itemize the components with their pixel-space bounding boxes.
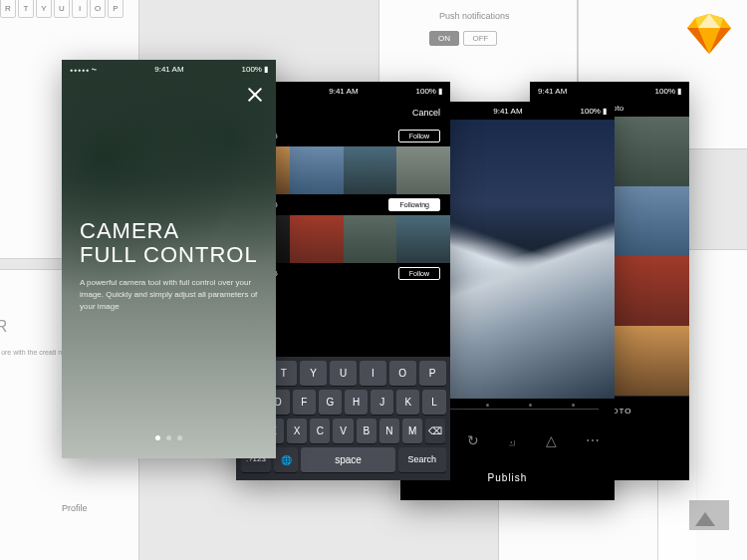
more-tool[interactable]: ⋯	[586, 432, 600, 448]
key-f[interactable]: F	[293, 390, 316, 415]
status-time: 9:41 AM	[154, 65, 183, 74]
key-c[interactable]: C	[310, 419, 330, 443]
crop-tool[interactable]: ⟓	[508, 432, 516, 448]
key-l[interactable]: L	[422, 390, 445, 415]
cancel-button[interactable]: Cancel	[412, 108, 440, 118]
key-x[interactable]: X	[287, 419, 307, 443]
status-bar: 9:41 AM 100%	[62, 60, 276, 78]
globe-key[interactable]	[274, 447, 298, 472]
key-h[interactable]: H	[345, 390, 368, 415]
key-j[interactable]: J	[371, 390, 393, 415]
rotate-tool[interactable]: ↻	[467, 432, 479, 448]
page-indicator[interactable]	[62, 426, 276, 444]
space-key[interactable]: space	[301, 447, 395, 472]
status-time: 9:41 AM	[538, 87, 567, 96]
grid-thumb[interactable]	[610, 186, 689, 256]
status-battery: 100%	[242, 65, 268, 74]
grid-thumb[interactable]	[610, 326, 689, 396]
onboarding-body: A powerful camera tool with full control…	[80, 277, 258, 313]
status-bar: 9:41 AM 100%	[530, 82, 689, 100]
key-g[interactable]: G	[319, 390, 342, 415]
close-icon[interactable]	[246, 86, 264, 104]
key-p[interactable]: P	[419, 361, 446, 386]
status-battery: 100%	[581, 107, 607, 116]
key-i[interactable]: I	[360, 361, 386, 386]
key-u[interactable]: U	[330, 361, 357, 386]
phone-onboarding: 9:41 AM 100% CAMERAFULL CONTROL A powerf…	[62, 60, 276, 458]
search-key[interactable]: Search	[398, 447, 445, 472]
status-time: 9:41 AM	[329, 87, 358, 96]
onboarding-title: CAMERAFULL CONTROL	[80, 219, 258, 267]
follow-button[interactable]: Follow	[398, 130, 440, 142]
status-battery: 100%	[416, 87, 442, 96]
key-k[interactable]: K	[396, 390, 419, 415]
backspace-key[interactable]	[425, 419, 445, 443]
key-v[interactable]: V	[333, 419, 353, 443]
grid-thumb[interactable]	[610, 256, 689, 326]
key-n[interactable]: N	[379, 419, 399, 443]
key-o[interactable]: O	[389, 361, 416, 386]
following-button[interactable]: Following	[388, 198, 440, 211]
key-m[interactable]: M	[402, 419, 422, 443]
filter-tool[interactable]: △	[546, 432, 557, 448]
status-battery: 100%	[655, 87, 681, 96]
follow-button[interactable]: Follow	[398, 267, 440, 280]
key-y[interactable]: Y	[300, 361, 327, 386]
key-b[interactable]: B	[357, 419, 376, 443]
status-time: 9:41 AM	[493, 107, 522, 116]
signal-icon	[70, 65, 97, 74]
grid-thumb[interactable]	[610, 117, 689, 186]
